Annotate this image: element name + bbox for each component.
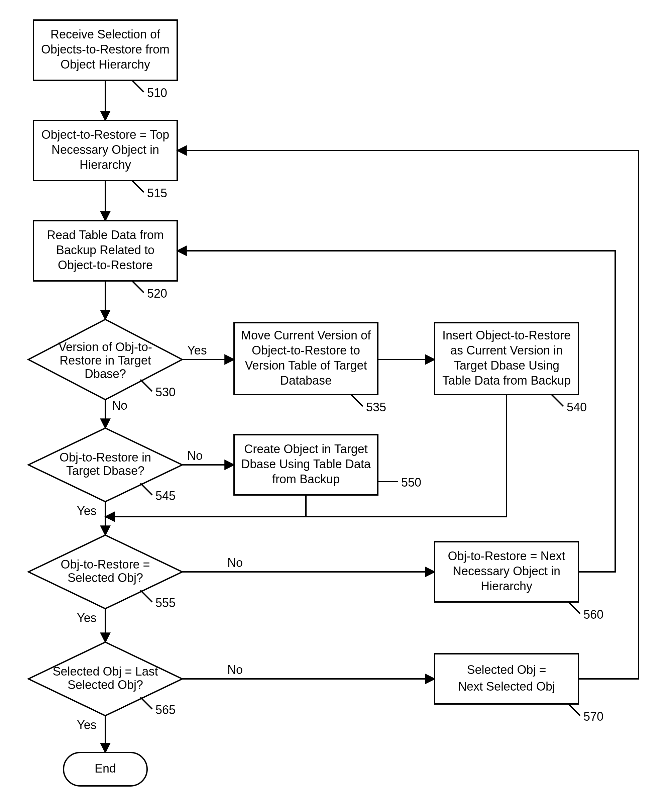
edge-545-no-label: No — [187, 449, 203, 463]
node-520-ref: 520 — [147, 287, 167, 300]
node-530-l2: Restore in Target — [59, 353, 151, 367]
node-515-l1: Object-to-Restore = Top — [41, 128, 170, 141]
node-570-l2: Next Selected Obj — [458, 679, 555, 693]
node-530-l3: Dbase? — [85, 367, 126, 381]
node-510-ref: 510 — [147, 86, 167, 100]
edge-565-no-label: No — [228, 663, 243, 677]
node-540-l2: as Current Version in — [450, 343, 563, 357]
node-570-ref: 570 — [583, 710, 603, 723]
node-565-l1: Selected Obj = Last — [52, 664, 158, 678]
node-515-l2: Necessary Object in — [51, 143, 159, 156]
node-550-ref: 550 — [401, 476, 421, 489]
node-560-l3: Hierarchy — [481, 579, 532, 593]
node-530-l1: Version of Obj-to- — [59, 340, 152, 354]
node-550-l3: from Backup — [272, 472, 340, 486]
node-535-l4: Database — [280, 374, 332, 387]
node-end: End — [64, 753, 147, 786]
node-535-l3: Version Table of Target — [245, 359, 367, 372]
node-550-l2: Dbase Using Table Data — [241, 457, 371, 471]
node-520-l1: Read Table Data from — [47, 228, 164, 242]
node-535-l2: Object-to-Restore to — [252, 343, 360, 357]
node-535: Move Current Version of Object-to-Restor… — [234, 323, 386, 414]
edge-530-no-label: No — [112, 399, 128, 412]
node-540-l1: Insert Object-to-Restore — [442, 328, 571, 342]
node-560-ref: 560 — [583, 608, 603, 622]
edge-555-no-label: No — [228, 556, 243, 569]
node-510-l3: Object Hierarchy — [61, 57, 150, 71]
node-535-ref: 535 — [366, 400, 386, 414]
node-550-l1: Create Object in Target — [244, 442, 368, 456]
node-550: Create Object in Target Dbase Using Tabl… — [234, 435, 421, 495]
node-540: Insert Object-to-Restore as Current Vers… — [435, 323, 587, 414]
node-530-ref: 530 — [156, 385, 175, 399]
node-570: Selected Obj = Next Selected Obj 570 — [435, 654, 603, 723]
node-515-ref: 515 — [147, 186, 167, 200]
node-510-l1: Receive Selection of — [51, 28, 161, 41]
edge-555-yes-label: Yes — [77, 611, 97, 625]
node-560-l1: Obj-to-Restore = Next — [448, 549, 565, 563]
node-540-l3: Target Dbase Using — [454, 359, 559, 372]
svg-rect-11 — [435, 654, 578, 704]
edge-560-520 — [177, 251, 615, 572]
node-565-l2: Selected Obj? — [67, 678, 143, 692]
node-545-l1: Obj-to-Restore in — [59, 451, 151, 464]
edge-565-yes-label: Yes — [77, 718, 97, 732]
node-545-l2: Target Dbase? — [66, 464, 144, 477]
node-565: Selected Obj = Last Selected Obj? 565 — [28, 642, 182, 717]
node-570-l1: Selected Obj = — [467, 663, 546, 677]
node-555-l2: Selected Obj? — [67, 571, 143, 585]
node-520-l3: Object-to-Restore — [58, 258, 153, 272]
node-540-ref: 540 — [567, 400, 587, 414]
node-520-l2: Backup Related to — [56, 243, 154, 257]
node-535-l1: Move Current Version of — [241, 328, 371, 342]
node-530: Version of Obj-to- Restore in Target Dba… — [28, 319, 182, 400]
edge-530-yes-label: Yes — [187, 343, 207, 357]
node-end-label: End — [95, 761, 116, 775]
node-560-l2: Necessary Object in — [453, 564, 560, 578]
node-545-ref: 545 — [156, 489, 175, 503]
node-555-ref: 555 — [156, 596, 175, 610]
node-555-l1: Obj-to-Restore = — [61, 558, 150, 571]
node-565-ref: 565 — [156, 703, 175, 717]
edge-545-yes-label: Yes — [77, 504, 97, 518]
node-540-l4: Table Data from Backup — [442, 374, 571, 387]
node-545: Obj-to-Restore in Target Dbase? 545 — [28, 428, 182, 503]
node-560: Obj-to-Restore = Next Necessary Object i… — [435, 542, 603, 622]
node-510-l2: Objects-to-Restore from — [41, 43, 170, 56]
node-555: Obj-to-Restore = Selected Obj? 555 — [28, 535, 182, 610]
node-515-l3: Hierarchy — [80, 158, 131, 172]
